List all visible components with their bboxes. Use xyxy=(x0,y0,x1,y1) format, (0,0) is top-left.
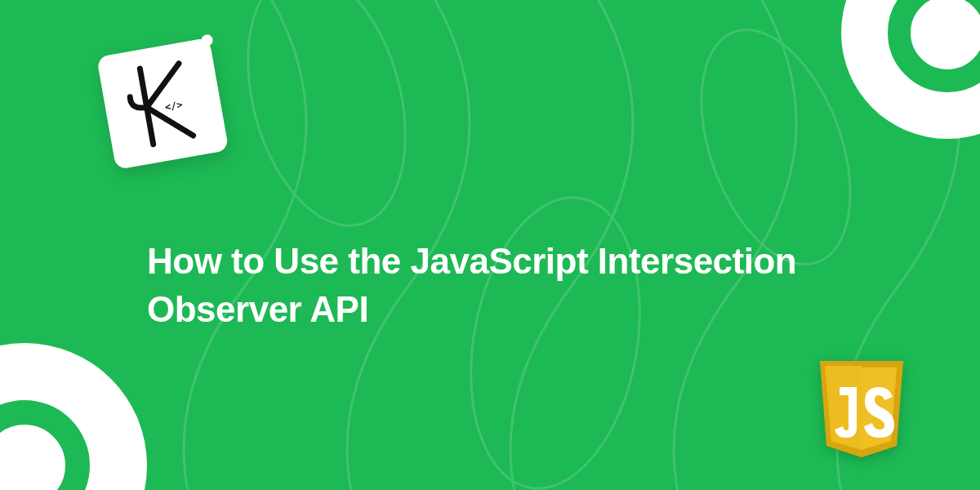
site-logo: </> xyxy=(96,36,238,178)
javascript-badge-icon xyxy=(817,358,906,459)
logo-k-icon: </> xyxy=(114,52,211,155)
svg-point-1 xyxy=(449,184,661,490)
svg-point-0 xyxy=(222,0,432,243)
logo-card: </> xyxy=(96,38,229,170)
article-title: How to Use the JavaScript Intersection O… xyxy=(147,237,833,334)
svg-text:</>: </> xyxy=(164,99,184,114)
